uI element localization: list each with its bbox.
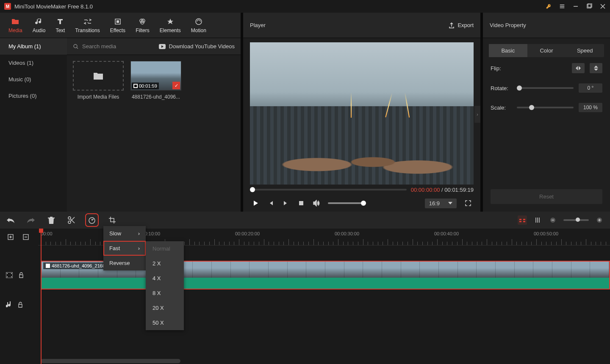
timeline: 00:00 00:00:10:00 00:00:20:00 00:00:30:0… xyxy=(0,212,610,364)
speed-button[interactable] xyxy=(87,215,97,225)
motion-icon xyxy=(194,17,203,26)
prev-frame-button[interactable] xyxy=(267,199,274,207)
app-title: MiniTool MovieMaker Free 8.1.0 xyxy=(14,3,93,10)
titlebar: M MiniTool MovieMaker Free 8.1.0 xyxy=(0,0,610,13)
playhead[interactable] xyxy=(41,229,42,364)
player-title: Player xyxy=(250,22,266,28)
snap-button[interactable] xyxy=(533,215,542,225)
search-icon xyxy=(73,44,79,50)
film-icon xyxy=(133,84,138,88)
audio-track[interactable] xyxy=(38,292,610,317)
speed-50x[interactable]: 50 X xyxy=(146,315,184,330)
sidebar-item-videos[interactable]: Videos (1) xyxy=(0,55,67,71)
minimize-icon[interactable] xyxy=(573,3,579,9)
next-frame-button[interactable] xyxy=(282,199,290,207)
tab-text[interactable]: Text xyxy=(50,14,70,37)
tab-effects[interactable]: Effects xyxy=(105,14,130,37)
sidebar-item-music[interactable]: Music (0) xyxy=(0,71,67,88)
chevron-right-icon: › xyxy=(138,245,140,251)
prop-tab-basic[interactable]: Basic xyxy=(489,44,527,57)
scrubber[interactable] xyxy=(250,189,407,190)
video-track-lock[interactable] xyxy=(19,272,24,278)
delete-button[interactable] xyxy=(47,215,56,225)
folder-icon xyxy=(93,71,104,80)
svg-rect-12 xyxy=(299,201,303,205)
volume-icon[interactable] xyxy=(313,199,320,207)
speed-menu: Slow› Fast› Reverse xyxy=(103,226,146,270)
undo-button[interactable] xyxy=(6,215,15,225)
redo-button[interactable] xyxy=(26,215,36,225)
properties-panel: Video Property Basic Color Speed Flip: R… xyxy=(483,13,610,212)
youtube-icon xyxy=(159,44,166,49)
menu-icon[interactable] xyxy=(559,3,565,9)
timeline-scrollbar[interactable] xyxy=(41,359,180,363)
elements-icon xyxy=(166,17,175,26)
prop-tab-color[interactable]: Color xyxy=(527,44,566,57)
magnetic-button[interactable] xyxy=(518,215,527,225)
media-clip-thumb[interactable]: 00:01:59 ✓ xyxy=(130,61,181,91)
zoom-in-button[interactable] xyxy=(595,215,604,225)
tab-transitions[interactable]: Transitions xyxy=(70,14,105,37)
add-track-button[interactable] xyxy=(6,232,15,242)
maximize-icon[interactable] xyxy=(586,3,592,9)
scale-slider[interactable] xyxy=(517,107,574,108)
export-button[interactable]: Export xyxy=(448,22,474,29)
tab-filters[interactable]: Filters xyxy=(130,14,155,37)
tab-media[interactable]: Media xyxy=(3,14,28,37)
zoom-slider[interactable] xyxy=(563,219,589,221)
time-display: 00:00:00:00 / 00:01:59:19 xyxy=(411,187,474,193)
rotate-label: Rotate: xyxy=(491,85,512,91)
speed-4x[interactable]: 4 X xyxy=(146,271,184,286)
volume-slider[interactable] xyxy=(328,202,366,204)
rotate-value[interactable]: 0 ° xyxy=(579,83,602,93)
flip-label: Flip: xyxy=(491,65,512,72)
import-label: Import Media Files xyxy=(78,94,119,100)
prop-tab-speed[interactable]: Speed xyxy=(566,44,604,57)
audio-track-icon xyxy=(6,301,12,308)
play-button[interactable] xyxy=(252,199,259,207)
flip-vertical-button[interactable] xyxy=(590,63,602,73)
video-preview[interactable] xyxy=(250,42,474,185)
fullscreen-button[interactable] xyxy=(464,199,472,207)
flip-horizontal-button[interactable] xyxy=(572,63,585,73)
check-icon: ✓ xyxy=(172,82,180,89)
aspect-ratio-select[interactable]: 16:9 xyxy=(425,199,457,208)
chevron-down-icon xyxy=(448,202,452,204)
speed-20x[interactable]: 20 X xyxy=(146,301,184,315)
search-input[interactable]: Search media xyxy=(73,43,116,50)
audio-track-lock[interactable] xyxy=(18,302,23,308)
import-media-button[interactable] xyxy=(73,61,124,91)
svg-rect-11 xyxy=(134,85,137,87)
speed-2x[interactable]: 2 X xyxy=(146,256,184,271)
panel-expand-handle[interactable]: › xyxy=(474,106,480,123)
stop-button[interactable] xyxy=(297,199,305,207)
download-youtube-button[interactable]: Download YouTube Videos xyxy=(159,43,235,50)
speed-menu-slow[interactable]: Slow› xyxy=(103,226,146,241)
speed-menu-fast[interactable]: Fast› xyxy=(103,241,146,256)
tab-elements[interactable]: Elements xyxy=(155,14,186,37)
speed-menu-reverse[interactable]: Reverse xyxy=(103,256,146,270)
close-icon[interactable] xyxy=(600,3,606,9)
tab-motion[interactable]: Motion xyxy=(186,14,211,37)
sidebar-item-myalbum[interactable]: My Album (1) xyxy=(0,38,67,55)
reset-button[interactable]: Reset xyxy=(491,189,602,204)
clip-duration: 00:01:59 xyxy=(132,83,159,89)
remove-track-button[interactable] xyxy=(21,232,30,242)
zoom-out-button[interactable] xyxy=(548,215,557,225)
key-icon[interactable] xyxy=(546,3,552,9)
scale-label: Scale: xyxy=(491,105,512,111)
svg-rect-26 xyxy=(7,276,8,277)
speed-8x[interactable]: 8 X xyxy=(146,286,184,301)
svg-rect-16 xyxy=(519,219,521,220)
tab-audio[interactable]: Audio xyxy=(28,14,51,37)
split-button[interactable] xyxy=(67,215,76,225)
sidebar-item-pictures[interactable]: Pictures (0) xyxy=(0,88,67,104)
crop-button[interactable] xyxy=(108,215,117,225)
svg-rect-18 xyxy=(519,221,521,222)
export-icon xyxy=(448,22,455,29)
svg-rect-25 xyxy=(7,273,8,274)
scale-value[interactable]: 100 % xyxy=(579,103,602,112)
svg-rect-19 xyxy=(523,221,525,222)
rotate-slider[interactable] xyxy=(517,87,574,89)
svg-rect-3 xyxy=(116,20,119,23)
